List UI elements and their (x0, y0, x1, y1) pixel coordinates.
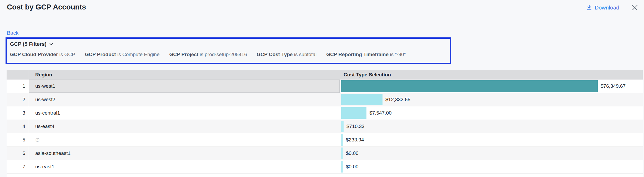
region-cell[interactable]: us-east1 (29, 160, 340, 174)
region-label: ∅ (35, 137, 40, 143)
cost-value-label: $12,332.55 (385, 97, 410, 102)
cost-cell[interactable]: $7,547.00 (340, 106, 643, 120)
cost-value-label: $76,349.67 (601, 83, 626, 89)
region-label: us-central1 (35, 110, 60, 116)
cost-cell[interactable]: $12,332.55 (340, 93, 643, 106)
region-label: us-east4 (35, 124, 54, 129)
region-cell[interactable]: ∅ (29, 133, 340, 147)
filter-name: GCP Cloud Provider (10, 52, 58, 57)
filter-summary-dropdown[interactable]: GCP (5 Filters) (10, 41, 53, 47)
cost-bar (341, 80, 598, 92)
filter-predicate: is Compute Engine (116, 52, 160, 57)
back-link[interactable]: Back (7, 30, 18, 36)
filter-chip[interactable]: GCP Cost Type is subtotal (257, 52, 316, 57)
cost-value-label: $710.33 (346, 124, 365, 129)
filter-chip[interactable]: GCP Project is prod-setup-205416 (169, 52, 247, 57)
table-header-row: Region Cost Type Selection (7, 70, 643, 80)
filter-name: GCP Project (169, 52, 198, 57)
cost-cell[interactable]: $76,349.67 (340, 80, 643, 93)
filter-predicate: is prod-setup-205416 (198, 52, 247, 57)
cost-cell[interactable]: $233.94 (340, 133, 643, 147)
region-cell[interactable]: us-west1 (29, 80, 340, 93)
cost-value-label: $233.94 (346, 137, 364, 143)
filter-summary-label: GCP (5 Filters) (10, 41, 47, 47)
table-row[interactable]: 3 us-central1 $7,547.00 (7, 106, 643, 120)
table-row[interactable]: 7 us-east1 $0.00 (7, 160, 643, 174)
filter-chip[interactable]: GCP Product is Compute Engine (85, 52, 160, 57)
row-number: 1 (7, 80, 29, 93)
cost-value-label: $0.00 (346, 150, 359, 156)
download-icon (586, 4, 592, 11)
cost-table: Region Cost Type Selection 1 us-west1 $7… (7, 70, 643, 177)
row-number: 2 (7, 93, 29, 106)
cost-column-header[interactable]: Cost Type Selection (340, 70, 643, 80)
cost-cell[interactable]: $0.00 (340, 160, 643, 174)
filter-list: GCP Cloud Provider is GCPGCP Product is … (10, 52, 447, 57)
close-button[interactable] (631, 4, 638, 11)
table-row[interactable]: 4 us-east4 $710.33 (7, 120, 643, 133)
cost-bar (341, 121, 344, 132)
filter-panel: GCP (5 Filters) GCP Cloud Provider is GC… (6, 37, 451, 64)
cost-bar (341, 148, 343, 159)
row-number: 3 (7, 106, 29, 120)
region-label: us-east1 (35, 164, 54, 170)
cost-bar (341, 161, 343, 173)
filter-chip[interactable]: GCP Cloud Provider is GCP (10, 52, 75, 57)
region-cell[interactable]: us-west2 (29, 93, 340, 106)
region-cell[interactable]: asia-southeast1 (29, 147, 340, 160)
chevron-down-icon (49, 42, 53, 46)
filter-predicate: is "-90" (389, 52, 406, 57)
close-icon (631, 4, 638, 11)
region-label: asia-southeast1 (35, 150, 71, 156)
cost-value-label: $7,547.00 (369, 110, 392, 116)
cost-bar (341, 107, 366, 119)
region-cell[interactable]: us-central1 (29, 106, 340, 120)
region-label: us-west1 (35, 83, 55, 89)
row-number-column-header (7, 70, 29, 80)
region-cell[interactable]: us-east4 (29, 120, 340, 133)
table-row[interactable]: 5 ∅ $233.94 (7, 133, 643, 147)
table-body: 1 us-west1 $76,349.67 2 us-west2 $12,332… (7, 80, 643, 174)
row-number: 6 (7, 147, 29, 160)
download-label: Download (595, 4, 619, 11)
cost-cell[interactable]: $710.33 (340, 120, 643, 133)
filter-name: GCP Reporting Timeframe (326, 52, 389, 57)
filter-chip[interactable]: GCP Reporting Timeframe is "-90" (326, 52, 406, 57)
region-label: us-west2 (35, 97, 55, 102)
filter-predicate: is subtotal (293, 52, 316, 57)
filter-name: GCP Product (85, 52, 116, 57)
table-row[interactable]: 6 asia-southeast1 $0.00 (7, 147, 643, 160)
page-title: Cost by GCP Accounts (7, 3, 86, 11)
region-column-header[interactable]: Region (29, 70, 340, 80)
filter-name: GCP Cost Type (257, 52, 293, 57)
cost-bar (341, 134, 343, 146)
row-number: 7 (7, 160, 29, 174)
row-number: 4 (7, 120, 29, 133)
cost-cell[interactable]: $0.00 (340, 147, 643, 160)
table-row[interactable]: 2 us-west2 $12,332.55 (7, 93, 643, 106)
header-actions: Download (586, 4, 638, 11)
table-row[interactable]: 1 us-west1 $76,349.67 (7, 80, 643, 93)
row-number: 5 (7, 133, 29, 147)
filter-predicate: is GCP (58, 52, 75, 57)
cost-bar (341, 94, 383, 105)
download-button[interactable]: Download (586, 4, 619, 11)
cost-value-label: $0.00 (346, 164, 359, 170)
